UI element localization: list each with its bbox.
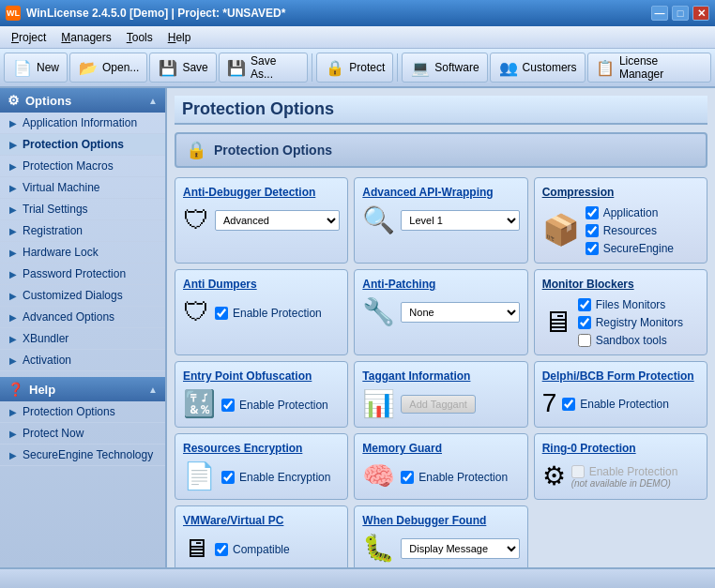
sidebar-item-password-protection[interactable]: ▶ Password Protection [0, 264, 165, 285]
ring0-note: (not available in DEMO) [571, 478, 678, 489]
license-manager-button[interactable]: 📋 License Manager [587, 53, 711, 83]
anti-patching-select[interactable]: None [401, 302, 519, 323]
sidebar-help-secure-engine[interactable]: ▶ SecureEngine Technology [0, 445, 165, 466]
protect-button[interactable]: 🔒 Protect [316, 53, 393, 83]
taggant-title[interactable]: Taggant Information [362, 369, 519, 383]
arrow-icon: ▶ [9, 226, 17, 236]
vmware-check[interactable]: Compatible [215, 543, 290, 556]
sandbox-tools-check[interactable]: Sandbox tools [578, 334, 683, 347]
menu-managers[interactable]: Managers [53, 29, 118, 46]
sidebar-item-trial-settings[interactable]: ▶ Trial Settings [0, 199, 165, 220]
save-as-button[interactable]: 💾 Save As... [219, 53, 309, 83]
arrow-icon: ▶ [9, 204, 17, 215]
help-collapse-icon[interactable]: ▲ [148, 384, 158, 395]
monitor-blockers-title[interactable]: Monitor Blockers [542, 278, 699, 291]
resources-encryption-card: Resources Encryption 📄 Enable Encryption [175, 433, 348, 500]
arrow-icon: ▶ [9, 248, 17, 258]
sidebar-item-xbundler[interactable]: ▶ XBundler [0, 328, 165, 350]
arrow-icon: ▶ [9, 269, 17, 279]
anti-dumpers-title[interactable]: Anti Dumpers [183, 278, 340, 291]
when-debugger-found-title[interactable]: When Debugger Found [362, 514, 519, 527]
arrow-icon: ▶ [9, 334, 17, 344]
menu-help[interactable]: Help [160, 29, 199, 46]
save-icon: 💾 [158, 57, 178, 78]
customers-button[interactable]: 👥 Customers [490, 53, 586, 83]
advanced-api-select[interactable]: Level 1 [401, 210, 519, 231]
ring0-check[interactable]: Enable Protection [571, 465, 678, 478]
anti-debugger-select[interactable]: Advanced [215, 210, 340, 231]
add-taggant-button[interactable]: Add Taggant [401, 395, 476, 414]
sidebar-item-advanced-options[interactable]: ▶ Advanced Options [0, 307, 165, 328]
maximize-button[interactable]: □ [672, 6, 689, 21]
when-debugger-found-card: When Debugger Found 🐛 Display Message Ex… [354, 505, 527, 567]
vmware-title[interactable]: VMWare/Virtual PC [183, 514, 340, 527]
open-icon: 📂 [78, 57, 99, 78]
resources-encryption-title[interactable]: Resources Encryption [183, 442, 340, 455]
anti-dumpers-check[interactable]: Enable Protection [215, 307, 322, 320]
menu-tools[interactable]: Tools [119, 29, 160, 46]
anti-debugger-title[interactable]: Anti-Debugger Detection [183, 186, 340, 199]
memory-guard-card: Memory Guard 🧠 Enable Protection [354, 433, 527, 500]
delphi-bcb-title[interactable]: Delphi/BCB Form Protection [542, 369, 699, 383]
arrow-icon: ▶ [9, 183, 17, 193]
entry-point-title[interactable]: Entry Point Obfuscation [183, 369, 340, 383]
compression-title[interactable]: Compression [542, 186, 699, 199]
taggant-icon: 📊 [362, 388, 395, 419]
anti-patching-title[interactable]: Anti-Patching [362, 278, 519, 291]
sidebar-item-protection-options[interactable]: ▶ Protection Options [0, 134, 165, 156]
save-as-icon: 💾 [227, 57, 247, 78]
collapse-icon[interactable]: ▲ [148, 96, 158, 106]
sidebar: ⚙ Options ▲ ▶ Application Information ▶ … [0, 88, 167, 567]
sidebar-item-hardware-lock[interactable]: ▶ Hardware Lock [0, 242, 165, 264]
compression-secureengine-check[interactable]: SecureEngine [586, 242, 674, 255]
new-button[interactable]: 📄 New [4, 53, 68, 83]
ring0-title[interactable]: Ring-0 Protection [542, 442, 699, 455]
sidebar-item-activation[interactable]: ▶ Activation [0, 350, 165, 371]
sidebar-item-customized-dialogs[interactable]: ▶ Customized Dialogs [0, 285, 165, 307]
protection-options-header: 🔒 Protection Options [175, 132, 707, 168]
arrow-icon: ▶ [9, 355, 17, 366]
arrow-icon: ▶ [9, 291, 17, 301]
compression-resources-check[interactable]: Resources [586, 224, 674, 237]
lock-icon: 🔒 [186, 140, 206, 160]
open-button[interactable]: 📂 Open... [69, 53, 147, 83]
help-icon: ❓ [8, 382, 23, 397]
sidebar-item-virtual-machine[interactable]: ▶ Virtual Machine [0, 177, 165, 199]
memory-guard-icon: 🧠 [362, 460, 395, 491]
memory-guard-check[interactable]: Enable Protection [401, 471, 508, 484]
arrow-icon: ▶ [9, 161, 17, 172]
minimize-button[interactable]: — [651, 6, 668, 21]
arrow-icon: ▶ [9, 450, 17, 460]
monitor-blockers-icon: 🖥 [542, 305, 572, 339]
help-section-header: ❓ Help ▲ [0, 377, 165, 401]
sidebar-item-application-information[interactable]: ▶ Application Information [0, 113, 165, 134]
when-debugger-found-select[interactable]: Display Message Exit Application Reboot [401, 538, 519, 559]
sidebar-help-protection-options[interactable]: ▶ Protection Options [0, 401, 165, 423]
resources-encryption-check[interactable]: Enable Encryption [221, 471, 330, 484]
software-button[interactable]: 💻 Software [402, 53, 487, 83]
entry-point-card: Entry Point Obfuscation 🔣 Enable Protect… [175, 361, 348, 428]
files-monitors-check[interactable]: Files Monitors [578, 298, 683, 311]
content-area: Protection Options 🔒 Protection Options … [167, 88, 715, 567]
close-button[interactable]: ✕ [692, 6, 709, 21]
save-button[interactable]: 💾 Save [149, 53, 216, 83]
sidebar-help-protect-now[interactable]: ▶ Protect Now [0, 423, 165, 445]
arrow-icon: ▶ [9, 407, 17, 417]
arrow-icon: ▶ [9, 312, 17, 323]
advanced-api-title[interactable]: Advanced API-Wrapping [362, 186, 519, 199]
anti-dumpers-icon: 🛡 [183, 296, 209, 327]
anti-debugger-icon: 🛡 [183, 204, 209, 235]
compression-application-check[interactable]: Application [586, 206, 674, 219]
taggant-card: Taggant Information 📊 Add Taggant [354, 361, 527, 428]
delphi-bcb-icon: 7️ [542, 388, 557, 418]
menu-project[interactable]: Project [4, 29, 53, 46]
entry-point-icon: 🔣 [183, 388, 216, 419]
memory-guard-title[interactable]: Memory Guard [362, 442, 519, 455]
entry-point-check[interactable]: Enable Protection [221, 399, 328, 412]
sidebar-item-protection-macros[interactable]: ▶ Protection Macros [0, 156, 165, 177]
sidebar-item-registration[interactable]: ▶ Registration [0, 220, 165, 242]
customers-icon: 👥 [498, 57, 519, 78]
delphi-bcb-check[interactable]: Enable Protection [562, 398, 669, 411]
registry-monitors-check[interactable]: Registry Monitors [578, 316, 683, 329]
advanced-api-icon: 🔍 [362, 204, 395, 235]
